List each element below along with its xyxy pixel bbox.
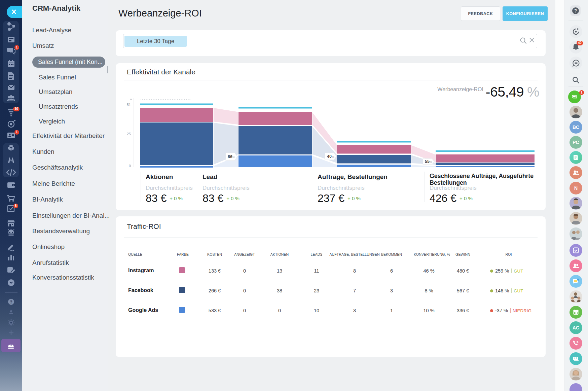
- svg-text:%: %: [332, 155, 334, 158]
- svg-text:%: %: [430, 160, 432, 164]
- svg-text:25: 25: [127, 132, 131, 136]
- svg-text:?: ?: [10, 299, 12, 305]
- svg-text:0: 0: [129, 164, 131, 168]
- svg-text:51: 51: [127, 103, 131, 107]
- svg-text:%: %: [232, 155, 235, 159]
- svg-text:55: 55: [425, 159, 430, 164]
- svg-text:^: ^: [130, 98, 132, 102]
- svg-text:86: 86: [228, 154, 232, 159]
- svg-text:40: 40: [327, 154, 332, 159]
- svg-text:?: ?: [574, 8, 577, 13]
